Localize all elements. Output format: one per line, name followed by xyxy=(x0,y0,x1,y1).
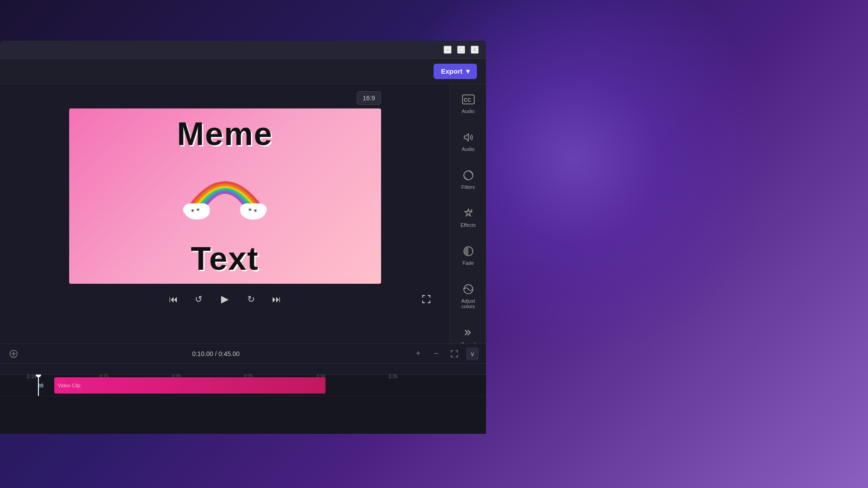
sidebar-item-effects[interactable]: Effects xyxy=(452,202,485,232)
sidebar-effects-label: Effects xyxy=(461,222,476,228)
zoom-in-button[interactable]: + xyxy=(412,347,425,360)
sidebar-item-fade[interactable]: Fade xyxy=(452,239,485,270)
sidebar-item-captions[interactable]: CC Audio xyxy=(452,88,485,118)
play-button[interactable]: ▶ xyxy=(217,291,233,307)
sidebar-item-speed[interactable]: Speed xyxy=(452,321,485,343)
minimize-button[interactable]: − xyxy=(443,46,452,54)
maximize-button[interactable]: □ xyxy=(457,46,465,54)
speed-icon xyxy=(461,325,476,340)
timeline-toolbar: 0:10.00 / 0:45.00 + − ∨ xyxy=(0,344,486,364)
close-button[interactable]: × xyxy=(471,46,479,54)
video-clip[interactable]: Video Clip xyxy=(54,377,326,394)
fade-icon xyxy=(461,244,476,258)
add-track-button[interactable] xyxy=(7,347,20,360)
export-label: Export xyxy=(441,67,462,75)
zoom-out-button[interactable]: − xyxy=(430,347,443,360)
svg-text:CC: CC xyxy=(464,97,471,103)
sidebar-filters-label: Filters xyxy=(462,184,475,190)
audio-speaker-icon xyxy=(461,130,476,145)
sidebar-fade-label: Fade xyxy=(462,260,474,266)
fullscreen-button[interactable] xyxy=(419,292,434,306)
sidebar-adjust-colors-label: Adjust colors xyxy=(455,298,482,309)
preview-subtitle: Text xyxy=(191,242,259,275)
sidebar-audio-label: Audio xyxy=(462,146,474,152)
aspect-ratio-badge: 16:9 xyxy=(357,91,381,105)
filters-icon xyxy=(461,168,476,183)
forward-5-button[interactable]: ↻ xyxy=(244,292,259,306)
playhead[interactable] xyxy=(38,375,39,396)
adjust-colors-icon xyxy=(461,282,476,296)
svg-point-17 xyxy=(471,210,472,211)
svg-point-13 xyxy=(255,210,256,211)
cc-icon: CC xyxy=(461,92,476,107)
rewind-5-button[interactable]: ↺ xyxy=(192,292,206,306)
sidebar-item-filters[interactable]: Filters xyxy=(452,164,485,194)
skip-back-button[interactable]: ⏮ xyxy=(166,292,181,306)
top-toolbar: Export ▾ xyxy=(0,59,486,84)
video-preview: Meme xyxy=(69,108,381,284)
sidebar-captions-label: Audio xyxy=(462,108,474,114)
zoom-fit-button[interactable] xyxy=(448,347,461,360)
content-area: 16:9 Meme xyxy=(0,84,486,343)
skip-forward-button[interactable]: ⏭ xyxy=(269,292,284,306)
svg-point-6 xyxy=(197,209,199,211)
playback-controls: ⏮ ↺ ▶ ↻ ⏭ xyxy=(7,284,443,314)
preview-rainbow xyxy=(180,163,270,230)
effects-icon xyxy=(461,206,476,221)
timeline-tracks: 📹 Video Clip xyxy=(0,375,486,434)
export-button[interactable]: Export ▾ xyxy=(434,64,477,79)
export-chevron-icon: ▾ xyxy=(466,67,470,75)
svg-point-9 xyxy=(250,203,267,216)
clip-label: Video Clip xyxy=(58,383,80,388)
preview-title: Meme xyxy=(177,117,273,150)
timeline-current-time: 0:10.00 / 0:45.00 xyxy=(25,350,406,357)
editor-window: − □ × Export ▾ 16:9 Meme xyxy=(0,41,486,434)
playhead-marker xyxy=(36,375,41,377)
title-bar: − □ × xyxy=(0,41,486,59)
sidebar-item-audio[interactable]: Audio xyxy=(452,126,485,156)
timeline-ruler: 0:10 0:15 0:20 0:25 0:30 0:35 xyxy=(0,364,486,375)
timeline-track-video: 📹 Video Clip xyxy=(0,375,486,396)
timeline-area: 0:10.00 / 0:45.00 + − ∨ 0:10 0:15 xyxy=(0,343,486,434)
svg-point-11 xyxy=(249,209,251,211)
right-sidebar: CC Audio Audio xyxy=(450,84,486,343)
collapse-button[interactable]: ∨ xyxy=(466,347,479,360)
svg-point-4 xyxy=(192,210,193,211)
preview-area: 16:9 Meme xyxy=(0,84,450,343)
sidebar-item-adjust-colors[interactable]: Adjust colors xyxy=(452,277,485,314)
